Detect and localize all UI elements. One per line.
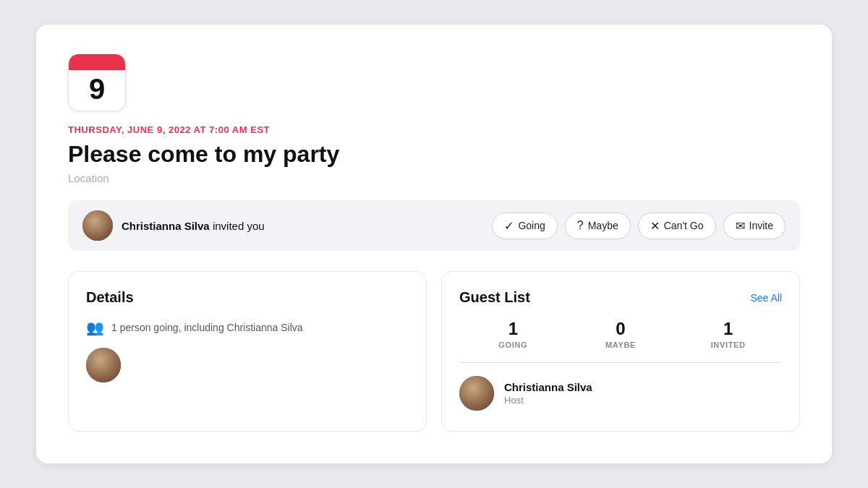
stat-maybe: 0 MAYBE — [567, 319, 675, 349]
going-button[interactable]: ✓ Going — [492, 213, 557, 239]
guest-list-title: Guest List — [459, 289, 530, 306]
calendar-day: 9 — [69, 70, 125, 103]
invited-label: INVITED — [674, 341, 782, 349]
guest-stats: 1 GOING 0 MAYBE 1 INVITED — [459, 319, 782, 349]
guest-header: Guest List See All — [459, 289, 782, 306]
event-date: Thursday, June 9, 2022 at 7:00 AM EST — [68, 124, 800, 135]
guest-name: Christianna Silva — [504, 381, 592, 393]
guest-divider — [459, 362, 782, 363]
invited-text: invited you — [213, 220, 265, 232]
calendar-icon: 9 — [68, 53, 126, 111]
inviter-name: Christianna Silva — [122, 220, 210, 232]
details-host-avatar — [86, 348, 121, 382]
invite-icon: ✉ — [736, 219, 745, 233]
maybe-label: MAYBE — [567, 341, 675, 349]
guest-info: Christianna Silva Host — [504, 381, 592, 406]
details-going: 👥 1 person going, including Christianna … — [86, 319, 409, 336]
maybe-icon: ? — [577, 219, 584, 232]
guest-person: Christianna Silva Host — [459, 376, 782, 411]
see-all-button[interactable]: See All — [750, 292, 782, 304]
invite-button[interactable]: ✉ Invite — [723, 213, 786, 239]
invited-count: 1 — [674, 319, 782, 339]
inviter-avatar — [82, 210, 113, 241]
going-label: GOING — [459, 341, 567, 349]
bottom-grid: Details 👥 1 person going, including Chri… — [68, 271, 800, 432]
invite-message: Christianna Silva invited you — [122, 220, 265, 232]
event-title: Please come to my party — [68, 141, 800, 168]
guest-role: Host — [504, 395, 592, 406]
cant-go-label: Can't Go — [664, 220, 704, 231]
event-location: Location — [68, 172, 800, 184]
guest-list-card: Guest List See All 1 GOING 0 MAYBE 1 INV… — [441, 271, 800, 432]
invite-buttons: ✓ Going ? Maybe ✕ Can't Go ✉ Invite — [492, 213, 786, 239]
stat-invited: 1 INVITED — [674, 319, 782, 349]
going-description: 1 person going, including Christianna Si… — [111, 322, 303, 333]
guest-host-avatar — [459, 376, 494, 411]
event-card: 9 Thursday, June 9, 2022 at 7:00 AM EST … — [36, 25, 832, 463]
cant-go-icon: ✕ — [650, 219, 660, 233]
calendar-header — [69, 54, 125, 70]
going-label: Going — [518, 220, 545, 231]
cant-go-button[interactable]: ✕ Can't Go — [638, 213, 716, 239]
details-title: Details — [86, 289, 409, 306]
maybe-label: Maybe — [588, 220, 618, 231]
people-icon: 👥 — [86, 319, 104, 336]
invite-label: Invite — [749, 220, 773, 231]
invite-left: Christianna Silva invited you — [82, 210, 265, 241]
details-card: Details 👥 1 person going, including Chri… — [68, 271, 427, 432]
maybe-button[interactable]: ? Maybe — [565, 213, 631, 239]
going-icon: ✓ — [504, 219, 514, 233]
invite-bar: Christianna Silva invited you ✓ Going ? … — [68, 200, 800, 251]
stat-going: 1 GOING — [459, 319, 567, 349]
maybe-count: 0 — [567, 319, 675, 339]
going-count: 1 — [459, 319, 567, 339]
